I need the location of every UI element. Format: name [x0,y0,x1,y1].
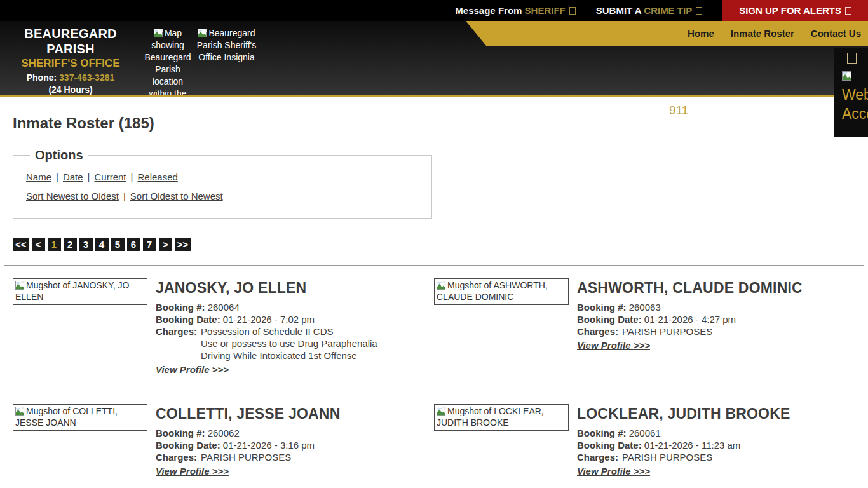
booking-number-row: Booking #: 260064 [156,301,434,313]
mugshot-alt-text: Mugshot of JANOSKY, JO ELLEN [15,280,129,302]
filter-link-current[interactable]: Current [95,172,126,182]
mugshot-image[interactable]: Mugshot of JANOSKY, JO ELLEN [13,278,147,305]
nav-item-home[interactable]: Home [688,28,714,39]
booking-date-value: 01-21-2026 - 7:02 pm [223,314,315,325]
web-accessibility-widget[interactable]: Web Accessibility [834,48,868,137]
phone-line: Phone: 337-463-3281 [0,71,141,84]
inmate-name: JANOSKY, JO ELLEN [156,280,434,297]
agency-title-block: BEAUREGARD PARISH SHERIFF'S OFFICE Phone… [0,26,141,96]
pagination-button-1[interactable]: 1 [48,238,61,251]
charges-list: Possession of Schedule II CDSUse or poss… [201,325,377,362]
web-accessibility-label: Web Accessibility [842,85,868,123]
mugshot-alt-text: Mugshot of ASHWORTH, CLAUDE DOMINIC [437,280,548,302]
booking-date-row: Booking Date: 01-21-2026 - 7:02 pm [156,313,434,325]
agency-name-line2: SHERIFF'S OFFICE [0,57,141,70]
inmate-name: COLLETTI, JESSE JOANN [156,405,434,423]
charge-line: PARISH PURPOSES [622,325,712,337]
phone-label: Phone: [27,72,57,83]
broken-image-icon [437,407,446,416]
site-header: BEAUREGARD PARISH SHERIFF'S OFFICE Phone… [0,21,868,97]
booking-date-value: 01-21-2026 - 3:16 pm [223,440,315,451]
pagination-button-[interactable]: << [13,238,29,251]
top-utility-bar: Message From SHERIFF SUBMIT A CRIME TIP … [0,0,868,21]
separator: | [88,172,90,182]
message-from-sheriff-link[interactable]: Message From SHERIFF [455,5,575,16]
inmate-card: Mugshot of JANOSKY, JO ELLEN JANOSKY, JO… [13,278,434,376]
options-panel: Options Name|Date|Current|Released Sort … [13,148,432,219]
alerts-button-label: SIGN UP FOR ALERTS [739,5,841,16]
external-link-icon [845,7,851,15]
charges-row: Charges:PARISH PURPOSES [577,451,855,463]
separator: | [123,191,126,201]
missing-glyph-box [847,53,857,64]
sort-link-sort-oldest-to-newest[interactable]: Sort Oldest to Newest [130,191,223,201]
emergency-911-text: 911 [669,104,688,118]
broken-image-icon [437,281,446,290]
mugshot-image[interactable]: Mugshot of LOCKLEAR, JUDITH BROOKE [434,404,569,431]
phone-number-link[interactable]: 337-463-3281 [59,72,114,83]
agency-name-line1: BEAUREGARD PARISH [0,26,141,57]
view-profile-link[interactable]: View Profile >>> [156,466,229,477]
booking-date-label: Booking Date: [577,440,642,451]
pagination: <<<1234567>>> [13,238,855,251]
booking-date-value: 01-21-2026 - 11:23 am [644,440,741,451]
booking-number-label: Booking #: [156,302,205,313]
sign-up-for-alerts-button[interactable]: SIGN UP FOR ALERTS [722,0,868,21]
charge-line: Driving While Intoxicated 1st Offense [201,349,377,362]
message-from-text: Message From [455,5,522,16]
booking-date-label: Booking Date: [577,314,642,325]
pagination-button-3[interactable]: 3 [79,238,93,251]
mugshot-image[interactable]: Mugshot of ASHWORTH, CLAUDE DOMINIC [434,278,569,305]
pagination-button-7[interactable]: 7 [143,238,156,251]
mugshot-image[interactable]: Mugshot of COLLETTI, JESSE JOANN [13,404,147,431]
mugshot-alt-text: Mugshot of COLLETTI, JESSE JOANN [15,406,118,428]
nav-item-inmate-roster[interactable]: Inmate Roster [731,28,794,39]
booking-date-label: Booking Date: [156,440,220,451]
nav-item-contact-us[interactable]: Contact Us [811,28,861,39]
view-profile-link[interactable]: View Profile >>> [577,466,650,477]
submit-a-text: SUBMIT A [596,5,641,16]
booking-date-row: Booking Date: 01-21-2026 - 3:16 pm [156,439,434,451]
booking-date-value: 01-21-2026 - 4:27 pm [644,314,736,325]
external-link-icon [696,7,702,15]
external-link-icon [569,7,576,15]
submit-crime-tip-link[interactable]: SUBMIT A CRIME TIP [596,5,702,16]
booking-date-row: Booking Date: 01-21-2026 - 4:27 pm [577,313,855,325]
inmate-card: Mugshot of LOCKLEAR, JUDITH BROOKE LOCKL… [434,404,855,477]
pagination-button-[interactable]: < [32,238,45,251]
booking-number-value: 260061 [629,428,661,438]
roster-row: Mugshot of JANOSKY, JO ELLEN JANOSKY, JO… [13,266,855,391]
pagination-button-[interactable]: >> [175,238,191,251]
inmate-details: COLLETTI, JESSE JOANN Booking #: 260062 … [156,404,434,477]
booking-number-label: Booking #: [577,428,627,438]
filter-link-released[interactable]: Released [137,172,177,182]
broken-image-icon [154,29,163,38]
charge-line: Use or possess to use Drug Paraphenalia [201,337,377,349]
pagination-button-2[interactable]: 2 [64,238,77,251]
charge-line: PARISH PURPOSES [201,451,291,463]
view-profile-link[interactable]: View Profile >>> [577,340,650,351]
options-legend: Options [30,148,88,163]
pagination-button-[interactable]: > [159,238,172,251]
page-title: Inmate Roster (185) [13,114,855,132]
inmate-card: Mugshot of ASHWORTH, CLAUDE DOMINIC ASHW… [434,278,855,376]
charges-list: PARISH PURPOSES [622,451,712,463]
filter-link-date[interactable]: Date [63,172,83,182]
charges-row: Charges:PARISH PURPOSES [156,451,434,463]
charges-list: PARISH PURPOSES [622,325,712,337]
booking-number-value: 260062 [208,428,240,438]
booking-number-label: Booking #: [577,302,627,313]
nav-menu: HomeInmate RosterContact Us [466,21,868,46]
charge-line: PARISH PURPOSES [622,451,712,463]
booking-number-row: Booking #: 260063 [577,301,855,313]
charges-label: Charges: [156,451,197,463]
sort-link-sort-newest-to-oldest[interactable]: Sort Newest to Oldest [26,191,119,201]
hours-text: (24 Hours) [0,84,141,96]
pagination-button-5[interactable]: 5 [111,238,125,251]
view-profile-link[interactable]: View Profile >>> [156,364,229,375]
pagination-button-6[interactable]: 6 [127,238,140,251]
booking-number-label: Booking #: [156,428,205,438]
filter-link-name[interactable]: Name [26,172,51,182]
pagination-button-4[interactable]: 4 [95,238,109,251]
inmate-card: Mugshot of COLLETTI, JESSE JOANN COLLETT… [13,404,434,477]
